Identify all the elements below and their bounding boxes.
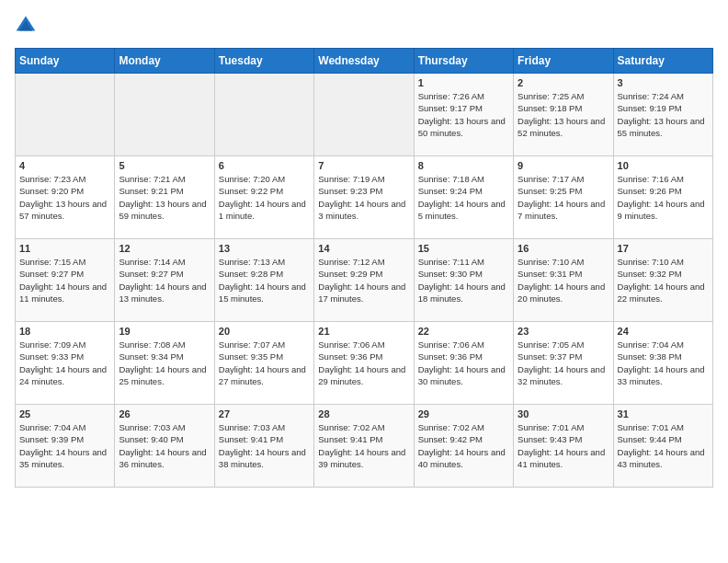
sunset-text: Sunset: 9:30 PM <box>418 269 483 279</box>
calendar-cell: 24Sunrise: 7:04 AMSunset: 9:38 PMDayligh… <box>613 322 712 405</box>
sunset-text: Sunset: 9:26 PM <box>618 186 682 196</box>
calendar-cell: 1Sunrise: 7:26 AMSunset: 9:17 PMDaylight… <box>414 74 513 156</box>
sunrise-text: Sunrise: 7:17 AM <box>518 174 584 184</box>
daylight-text: Daylight: 13 hours and 59 minutes. <box>119 199 206 221</box>
cell-info: Sunrise: 7:26 AMSunset: 9:17 PMDaylight:… <box>418 90 509 139</box>
header-tuesday: Tuesday <box>214 49 313 74</box>
daylight-text: Daylight: 14 hours and 18 minutes. <box>418 282 506 304</box>
sunset-text: Sunset: 9:43 PM <box>518 434 582 444</box>
daylight-text: Daylight: 14 hours and 22 minutes. <box>618 282 705 304</box>
sunrise-text: Sunrise: 7:23 AM <box>19 174 85 184</box>
calendar-cell: 2Sunrise: 7:25 AMSunset: 9:18 PMDaylight… <box>514 74 613 156</box>
calendar-cell <box>115 74 214 156</box>
calendar-cell: 12Sunrise: 7:14 AMSunset: 9:27 PMDayligh… <box>115 239 214 322</box>
sunrise-text: Sunrise: 7:12 AM <box>318 257 384 267</box>
day-number: 7 <box>318 160 409 171</box>
week-row-2: 4Sunrise: 7:23 AMSunset: 9:20 PMDaylight… <box>16 156 713 239</box>
day-number: 19 <box>119 326 210 337</box>
calendar-table: SundayMondayTuesdayWednesdayThursdayFrid… <box>15 48 713 488</box>
day-number: 9 <box>518 160 609 171</box>
day-number: 29 <box>418 408 509 419</box>
sunrise-text: Sunrise: 7:03 AM <box>119 422 185 432</box>
sunrise-text: Sunrise: 7:03 AM <box>219 422 285 432</box>
calendar-body: 1Sunrise: 7:26 AMSunset: 9:17 PMDaylight… <box>16 74 713 488</box>
sunset-text: Sunset: 9:29 PM <box>318 269 382 279</box>
calendar-cell: 17Sunrise: 7:10 AMSunset: 9:32 PMDayligh… <box>613 239 712 322</box>
calendar-cell <box>214 74 313 156</box>
daylight-text: Daylight: 14 hours and 29 minutes. <box>318 364 405 386</box>
sunrise-text: Sunrise: 7:24 AM <box>618 91 684 101</box>
sunrise-text: Sunrise: 7:15 AM <box>19 257 85 267</box>
day-number: 3 <box>618 77 709 88</box>
daylight-text: Daylight: 14 hours and 35 minutes. <box>19 447 107 469</box>
daylight-text: Daylight: 14 hours and 3 minutes. <box>318 199 405 221</box>
sunrise-text: Sunrise: 7:10 AM <box>518 257 584 267</box>
daylight-text: Daylight: 13 hours and 52 minutes. <box>518 116 605 138</box>
cell-info: Sunrise: 7:25 AMSunset: 9:18 PMDaylight:… <box>518 90 609 139</box>
calendar-cell <box>16 74 115 156</box>
calendar-cell: 9Sunrise: 7:17 AMSunset: 9:25 PMDaylight… <box>514 156 613 239</box>
day-number: 27 <box>219 408 310 419</box>
daylight-text: Daylight: 13 hours and 55 minutes. <box>618 116 705 138</box>
daylight-text: Daylight: 14 hours and 36 minutes. <box>119 447 206 469</box>
cell-info: Sunrise: 7:17 AMSunset: 9:25 PMDaylight:… <box>518 173 609 222</box>
day-number: 23 <box>518 326 609 337</box>
daylight-text: Daylight: 14 hours and 38 minutes. <box>219 447 306 469</box>
calendar-cell: 14Sunrise: 7:12 AMSunset: 9:29 PMDayligh… <box>314 239 414 322</box>
day-number: 11 <box>19 243 110 254</box>
cell-info: Sunrise: 7:10 AMSunset: 9:32 PMDaylight:… <box>618 256 709 304</box>
sunset-text: Sunset: 9:38 PM <box>618 351 682 362</box>
calendar-cell: 11Sunrise: 7:15 AMSunset: 9:27 PMDayligh… <box>16 239 115 322</box>
sunset-text: Sunset: 9:36 PM <box>318 351 382 362</box>
calendar-cell: 16Sunrise: 7:10 AMSunset: 9:31 PMDayligh… <box>514 239 613 322</box>
cell-info: Sunrise: 7:02 AMSunset: 9:42 PMDaylight:… <box>418 421 509 470</box>
calendar-cell: 25Sunrise: 7:04 AMSunset: 9:39 PMDayligh… <box>16 405 115 488</box>
day-number: 16 <box>518 243 609 254</box>
day-number: 18 <box>19 326 110 337</box>
day-number: 8 <box>418 160 509 171</box>
calendar-cell: 8Sunrise: 7:18 AMSunset: 9:24 PMDaylight… <box>414 156 513 239</box>
day-number: 26 <box>119 408 210 419</box>
sunrise-text: Sunrise: 7:06 AM <box>318 339 384 350</box>
sunrise-text: Sunrise: 7:19 AM <box>318 174 384 184</box>
sunrise-text: Sunrise: 7:21 AM <box>119 174 185 184</box>
day-number: 15 <box>418 243 509 254</box>
day-number: 2 <box>518 77 609 88</box>
cell-info: Sunrise: 7:20 AMSunset: 9:22 PMDaylight:… <box>219 173 310 222</box>
sunrise-text: Sunrise: 7:04 AM <box>19 422 85 432</box>
header-row: SundayMondayTuesdayWednesdayThursdayFrid… <box>16 49 713 74</box>
sunrise-text: Sunrise: 7:10 AM <box>618 257 684 267</box>
calendar-cell: 20Sunrise: 7:07 AMSunset: 9:35 PMDayligh… <box>214 322 313 405</box>
calendar-cell: 26Sunrise: 7:03 AMSunset: 9:40 PMDayligh… <box>115 405 214 488</box>
cell-info: Sunrise: 7:07 AMSunset: 9:35 PMDaylight:… <box>219 339 310 387</box>
calendar-cell: 19Sunrise: 7:08 AMSunset: 9:34 PMDayligh… <box>115 322 214 405</box>
cell-info: Sunrise: 7:15 AMSunset: 9:27 PMDaylight:… <box>19 256 110 304</box>
calendar-cell: 3Sunrise: 7:24 AMSunset: 9:19 PMDaylight… <box>613 74 712 156</box>
sunset-text: Sunset: 9:33 PM <box>19 351 84 362</box>
sunset-text: Sunset: 9:20 PM <box>19 186 84 196</box>
header-friday: Friday <box>514 49 613 74</box>
day-number: 13 <box>219 243 310 254</box>
sunset-text: Sunset: 9:35 PM <box>219 351 283 362</box>
cell-info: Sunrise: 7:08 AMSunset: 9:34 PMDaylight:… <box>119 339 210 387</box>
daylight-text: Daylight: 13 hours and 57 minutes. <box>19 199 107 221</box>
sunrise-text: Sunrise: 7:02 AM <box>418 422 484 432</box>
daylight-text: Daylight: 14 hours and 40 minutes. <box>418 447 506 469</box>
daylight-text: Daylight: 14 hours and 17 minutes. <box>318 282 405 304</box>
day-number: 1 <box>418 77 509 88</box>
header-monday: Monday <box>115 49 214 74</box>
sunrise-text: Sunrise: 7:25 AM <box>518 91 584 101</box>
calendar-cell: 5Sunrise: 7:21 AMSunset: 9:21 PMDaylight… <box>115 156 214 239</box>
sunrise-text: Sunrise: 7:26 AM <box>418 91 484 101</box>
day-number: 4 <box>19 160 110 171</box>
sunrise-text: Sunrise: 7:06 AM <box>418 339 484 350</box>
day-number: 28 <box>318 408 409 419</box>
sunset-text: Sunset: 9:44 PM <box>618 434 682 444</box>
calendar-cell: 13Sunrise: 7:13 AMSunset: 9:28 PMDayligh… <box>214 239 313 322</box>
cell-info: Sunrise: 7:16 AMSunset: 9:26 PMDaylight:… <box>618 173 709 222</box>
cell-info: Sunrise: 7:04 AMSunset: 9:39 PMDaylight:… <box>19 421 110 470</box>
daylight-text: Daylight: 14 hours and 25 minutes. <box>119 364 206 386</box>
cell-info: Sunrise: 7:10 AMSunset: 9:31 PMDaylight:… <box>518 256 609 304</box>
cell-info: Sunrise: 7:12 AMSunset: 9:29 PMDaylight:… <box>318 256 409 304</box>
cell-info: Sunrise: 7:18 AMSunset: 9:24 PMDaylight:… <box>418 173 509 222</box>
